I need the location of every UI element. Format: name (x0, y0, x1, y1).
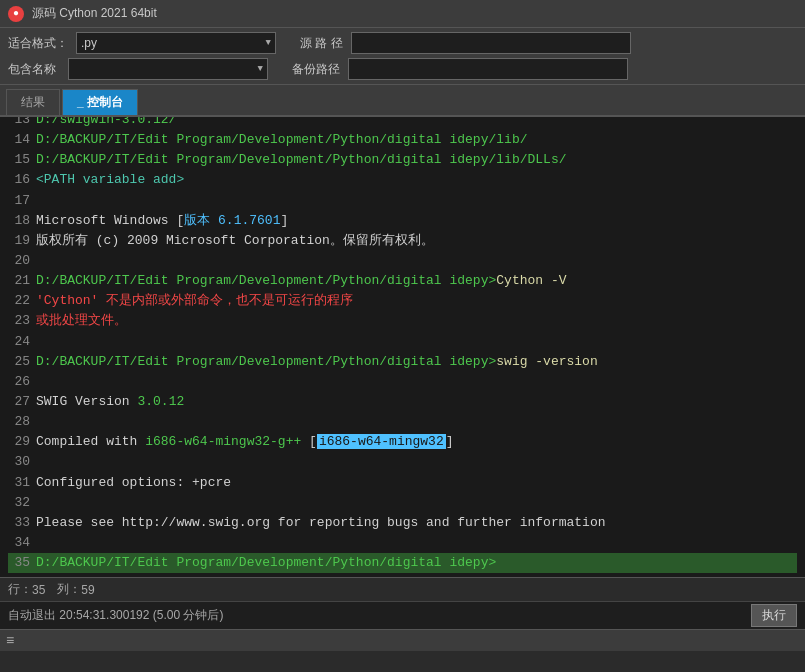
backup-label: 备份路径 (292, 61, 340, 78)
line-number: 23 (8, 311, 30, 331)
console-line: 35D:/BACKUP/IT/Edit Program/Development/… (8, 553, 797, 573)
source-path-input[interactable] (351, 32, 631, 54)
exec-button[interactable]: 执行 (751, 604, 797, 627)
console-line: 31Configured options: +pcre (8, 473, 797, 493)
line-text: D:/BACKUP/IT/Edit Program/Development/Py… (36, 152, 567, 167)
line-number: 21 (8, 271, 30, 291)
line-number: 31 (8, 473, 30, 493)
app-icon: ● (8, 6, 24, 22)
status-bar: 行： 35 列： 59 (0, 577, 805, 601)
console-line: 29Compiled with i686-w64-mingw32-g++ [i6… (8, 432, 797, 452)
source-path-label: 源 路 径 (300, 35, 343, 52)
tab-console[interactable]: _ 控制台 (62, 89, 138, 115)
line-number: 18 (8, 211, 30, 231)
format-dropdown-arrow: ▼ (266, 38, 271, 48)
line-number: 33 (8, 513, 30, 533)
line-text: SWIG Version 3.0.12 (36, 394, 184, 409)
line-text: 'Cython' 不是内部或外部命令，也不是可运行的程序 (36, 293, 353, 308)
line-number: 20 (8, 251, 30, 271)
console-line: 22'Cython' 不是内部或外部命令，也不是可运行的程序 (8, 291, 797, 311)
console-line: 19版权所有 (c) 2009 Microsoft Corporation。保留… (8, 231, 797, 251)
window-title: 源码 Cython 2021 64bit (32, 5, 157, 22)
console-line: 27SWIG Version 3.0.12 (8, 392, 797, 412)
format-label: 适合格式： (8, 35, 68, 52)
console-line: 20 (8, 251, 797, 271)
bottom-bar: 自动退出 20:54:31.300192 (5.00 分钟后) 执行 (0, 601, 805, 629)
line-number: 16 (8, 170, 30, 190)
line-text: 或批处理文件。 (36, 313, 127, 328)
auto-exit-text: 自动退出 20:54:31.300192 (5.00 分钟后) (8, 607, 223, 624)
col-label: 列： (57, 581, 81, 598)
console-line: 18Microsoft Windows [版本 6.1.7601] (8, 211, 797, 231)
format-dropdown[interactable]: .py ▼ (76, 32, 276, 54)
menu-icon[interactable]: ≡ (6, 633, 14, 649)
line-number: 14 (8, 130, 30, 150)
line-text: D:/BACKUP/IT/Edit Program/Development/Py… (36, 354, 598, 369)
line-text: Microsoft Windows [版本 6.1.7601] (36, 213, 288, 228)
tabs-bar: 结果 _ 控制台 (0, 85, 805, 117)
package-value (69, 67, 267, 71)
line-text: D:/BACKUP/IT/Edit Program/Development/Py… (36, 555, 496, 570)
line-text: D:/BACKUP/IT/Edit Program/Development/Py… (36, 273, 567, 288)
line-number: 13 (8, 117, 30, 130)
line-text: Configured options: +pcre (36, 475, 231, 490)
console-line: 33Please see http://www.swig.org for rep… (8, 513, 797, 533)
toolbar-row-1: 适合格式： .py ▼ 源 路 径 (8, 32, 797, 54)
console-line: 21D:/BACKUP/IT/Edit Program/Development/… (8, 271, 797, 291)
line-text: 版权所有 (c) 2009 Microsoft Corporation。保留所有… (36, 233, 434, 248)
tab-results[interactable]: 结果 (6, 89, 60, 115)
package-label: 包含名称 (8, 61, 56, 78)
console-line: 30 (8, 452, 797, 472)
console-line: 32 (8, 493, 797, 513)
backup-input[interactable] (348, 58, 628, 80)
line-number: 15 (8, 150, 30, 170)
line-text: D:/swigwin-3.0.12/ (36, 117, 176, 127)
package-dropdown[interactable]: ▼ (68, 58, 268, 80)
line-number: 26 (8, 372, 30, 392)
console-line: 28 (8, 412, 797, 432)
col-value: 59 (81, 583, 94, 597)
menu-bar-bottom: ≡ (0, 629, 805, 651)
row-label: 行： (8, 581, 32, 598)
line-number: 32 (8, 493, 30, 513)
package-dropdown-arrow: ▼ (258, 64, 263, 74)
console-line: 13D:/swigwin-3.0.12/ (8, 117, 797, 130)
row-value: 35 (32, 583, 45, 597)
format-value: .py (77, 34, 275, 52)
toolbar-area: 适合格式： .py ▼ 源 路 径 包含名称 ▼ 备份路径 (0, 28, 805, 85)
line-number: 22 (8, 291, 30, 311)
console-line: 16<PATH variable add> (8, 170, 797, 190)
toolbar-row-2: 包含名称 ▼ 备份路径 (8, 58, 797, 80)
console-line: 14D:/BACKUP/IT/Edit Program/Development/… (8, 130, 797, 150)
line-number: 28 (8, 412, 30, 432)
console-line: 23或批处理文件。 (8, 311, 797, 331)
line-number: 24 (8, 332, 30, 352)
line-number: 29 (8, 432, 30, 452)
line-number: 25 (8, 352, 30, 372)
console-area: 6C:/Windows/System32/Wbem/7C:/Windows/Sy… (0, 117, 805, 577)
line-text: D:/BACKUP/IT/Edit Program/Development/Py… (36, 132, 527, 147)
line-number: 30 (8, 452, 30, 472)
console-line: 15D:/BACKUP/IT/Edit Program/Development/… (8, 150, 797, 170)
line-number: 27 (8, 392, 30, 412)
console-line: 26 (8, 372, 797, 392)
console-line: 25D:/BACKUP/IT/Edit Program/Development/… (8, 352, 797, 372)
line-number: 19 (8, 231, 30, 251)
console-line: 24 (8, 332, 797, 352)
line-number: 35 (8, 553, 30, 573)
line-number: 17 (8, 191, 30, 211)
console-line: 34 (8, 533, 797, 553)
line-text: Compiled with i686-w64-mingw32-g++ [i686… (36, 434, 454, 449)
console-line: 17 (8, 191, 797, 211)
titlebar: ● 源码 Cython 2021 64bit (0, 0, 805, 28)
line-number: 34 (8, 533, 30, 553)
line-text: <PATH variable add> (36, 172, 184, 187)
line-text: Please see http://www.swig.org for repor… (36, 515, 606, 530)
